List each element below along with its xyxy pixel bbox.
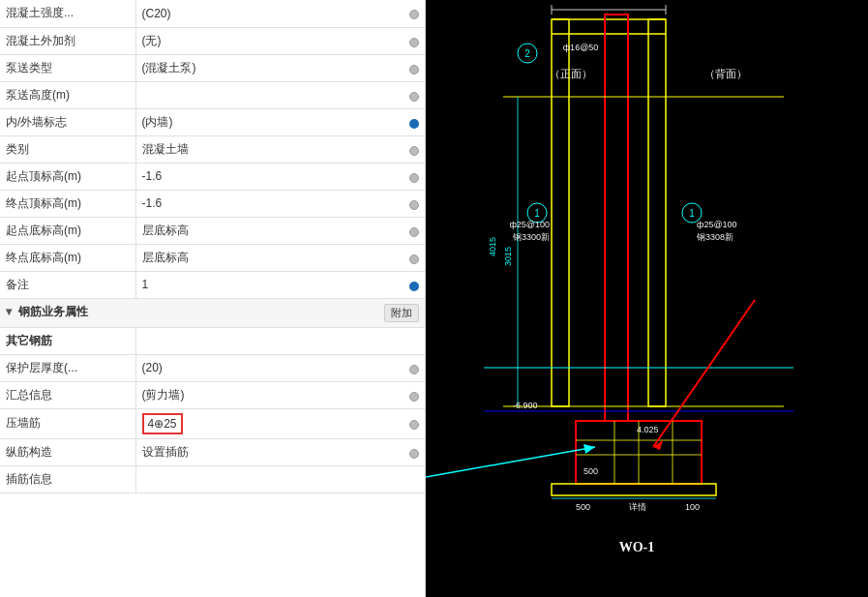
section-header-row: ▾ 钢筋业务属性 附加 xyxy=(0,298,425,327)
table-row: 终点底标高(m) 层底标高 xyxy=(0,244,425,271)
prop-value: -1.6 xyxy=(142,196,163,210)
property-table: 混凝土强度... (C20) 混凝土外加剂 (无) xyxy=(0,0,425,493)
prop-label: 备注 xyxy=(0,271,135,298)
svg-text:ф25@100: ф25@100 xyxy=(509,220,550,229)
prop-value: (20) xyxy=(142,361,163,374)
compressed-rebar-value[interactable]: 4⊕25 xyxy=(142,413,183,434)
svg-text:1: 1 xyxy=(689,208,695,219)
indicator-icon xyxy=(409,146,419,156)
indicator-icon xyxy=(409,200,419,210)
indicator-icon xyxy=(409,392,419,402)
property-panel: 混凝土强度... (C20) 混凝土外加剂 (无) xyxy=(0,0,426,597)
svg-text:钢3300新: 钢3300新 xyxy=(512,232,550,242)
prop-label: 混凝土强度... xyxy=(0,0,135,27)
svg-text:100: 100 xyxy=(685,502,700,512)
prop-value: 混凝土墙 xyxy=(142,141,189,158)
indicator-icon xyxy=(409,38,419,47)
indicator-icon xyxy=(409,92,419,102)
prop-label: 保护层厚度(... xyxy=(0,354,135,381)
table-row: 备注 1 xyxy=(0,271,425,298)
prop-label: 纵筋构造 xyxy=(0,438,135,465)
cad-panel: 2 1 1 （正面） （背面） ф16@50 ф25@100 钢3300新 ф2… xyxy=(426,0,868,597)
table-row: 混凝土强度... (C20) xyxy=(0,0,425,27)
svg-text:详情: 详情 xyxy=(629,502,646,512)
svg-text:WO-1: WO-1 xyxy=(619,540,655,554)
prop-label: 内/外墙标志 xyxy=(0,108,135,135)
indicator-icon xyxy=(409,65,419,75)
indicator-icon xyxy=(409,119,419,129)
prop-label: 压墙筋 xyxy=(0,408,135,438)
prop-label: 插筋信息 xyxy=(0,465,135,493)
table-row: 起点顶标高(m) -1.6 xyxy=(0,163,425,190)
table-row: 混凝土外加剂 (无) xyxy=(0,27,425,54)
cad-drawing: 2 1 1 （正面） （背面） ф16@50 ф25@100 钢3300新 ф2… xyxy=(426,0,868,597)
section-title: 钢筋业务属性 xyxy=(18,305,88,318)
table-row: 汇总信息 (剪力墙) xyxy=(0,381,425,408)
prop-value: (混凝土泵) xyxy=(142,60,196,76)
prop-label: 泵送类型 xyxy=(0,54,135,81)
indicator-icon xyxy=(409,449,419,459)
svg-text:ф16@50: ф16@50 xyxy=(563,43,599,52)
table-row: 插筋信息 xyxy=(0,465,425,493)
indicator-icon xyxy=(409,173,419,183)
indicator-icon xyxy=(409,365,419,374)
prop-value: -1.6 xyxy=(142,169,163,183)
prop-value: (C20) xyxy=(142,7,171,20)
svg-text:-6.900: -6.900 xyxy=(513,401,538,410)
svg-text:4.025: 4.025 xyxy=(637,425,659,434)
prop-label: 混凝土外加剂 xyxy=(0,27,135,54)
prop-label: 类别 xyxy=(0,135,135,163)
table-row: 保护层厚度(... (20) xyxy=(0,354,425,381)
prop-label: 终点底标高(m) xyxy=(0,244,135,271)
indicator-icon xyxy=(409,420,419,430)
prop-label: 汇总信息 xyxy=(0,381,135,408)
table-row: 其它钢筋 xyxy=(0,327,425,354)
table-row: 起点底标高(m) 层底标高 xyxy=(0,217,425,244)
table-row: 泵送高度(m) xyxy=(0,81,425,108)
svg-text:4015: 4015 xyxy=(488,237,497,256)
table-row: 纵筋构造 设置插筋 xyxy=(0,438,425,465)
attach-button[interactable]: 附加 xyxy=(384,304,419,322)
prop-label: 起点顶标高(m) xyxy=(0,163,135,190)
prop-value: 1 xyxy=(142,278,149,291)
indicator-icon xyxy=(409,254,419,264)
svg-text:1: 1 xyxy=(534,208,540,219)
indicator-icon xyxy=(409,10,419,19)
svg-text:（背面）: （背面） xyxy=(704,68,747,79)
svg-text:500: 500 xyxy=(584,466,598,476)
prop-value: 设置插筋 xyxy=(142,444,189,461)
table-row: 终点顶标高(m) -1.6 xyxy=(0,190,425,217)
svg-text:（正面）: （正面） xyxy=(550,68,592,79)
table-row: 类别 混凝土墙 xyxy=(0,135,425,163)
svg-text:钢3308新: 钢3308新 xyxy=(696,232,733,242)
svg-text:ф25@100: ф25@100 xyxy=(697,220,737,229)
prop-label: 起点底标高(m) xyxy=(0,217,135,244)
prop-value: (剪力墙) xyxy=(142,387,185,403)
compressed-rebar-row: 压墙筋 4⊕25 xyxy=(0,408,425,438)
prop-label: 其它钢筋 xyxy=(0,327,135,354)
prop-value: (无) xyxy=(142,33,162,49)
svg-text:500: 500 xyxy=(576,502,590,512)
svg-rect-0 xyxy=(426,0,868,597)
svg-text:2: 2 xyxy=(524,48,530,59)
table-row: 内/外墙标志 (内墙) xyxy=(0,108,425,135)
prop-value: 层底标高 xyxy=(142,223,189,239)
expand-icon: ▾ xyxy=(6,305,12,318)
prop-label: 终点顶标高(m) xyxy=(0,190,135,217)
table-row: 泵送类型 (混凝土泵) xyxy=(0,54,425,81)
prop-value: (内墙) xyxy=(142,114,173,131)
prop-value: 层底标高 xyxy=(142,250,189,266)
indicator-icon xyxy=(409,227,419,237)
svg-text:3015: 3015 xyxy=(503,247,513,266)
indicator-icon xyxy=(409,282,419,291)
prop-label: 泵送高度(m) xyxy=(0,81,135,108)
